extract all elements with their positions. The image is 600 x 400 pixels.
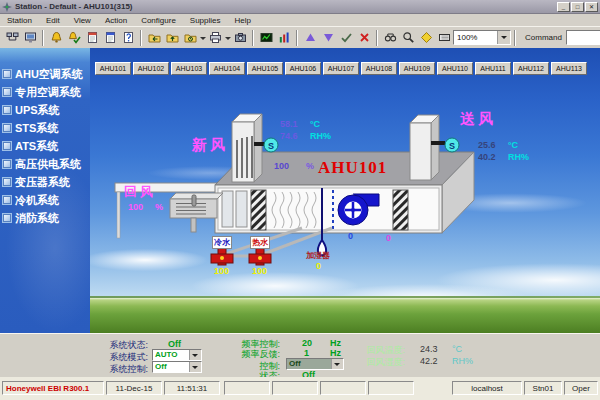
toolbar-separator	[252, 30, 254, 46]
maximize-button[interactable]: □	[571, 2, 584, 12]
tab-ahu109[interactable]: AHU109	[399, 62, 435, 75]
camera-icon	[234, 31, 247, 44]
history-dropdown-caret[interactable]	[199, 30, 206, 46]
tab-ahu106[interactable]: AHU106	[285, 62, 321, 75]
zoom-button[interactable]	[399, 29, 417, 47]
up-button[interactable]	[163, 29, 181, 47]
display-button[interactable]	[257, 29, 275, 47]
alarm-ack-button[interactable]	[65, 29, 83, 47]
menu-bar: Station Edit View Action Configure Suppl…	[0, 14, 600, 26]
tab-ahu110[interactable]: AHU110	[437, 62, 473, 75]
fresh-air-temp-unit: °C	[310, 119, 320, 129]
command-combobox[interactable]	[566, 30, 600, 45]
supply-air-label: 送风	[460, 110, 496, 129]
station-button[interactable]	[3, 29, 21, 47]
sensor-symbol: S	[449, 141, 455, 151]
tab-ahu101[interactable]: AHU101	[95, 62, 131, 75]
tab-ahu111[interactable]: AHU111	[475, 62, 511, 75]
status-date: 11-Dec-15	[106, 381, 162, 395]
minimize-button[interactable]: _	[557, 2, 570, 12]
return-temp-unit: °C	[452, 344, 462, 354]
page-blue-button[interactable]	[101, 29, 119, 47]
confirm-button[interactable]	[337, 29, 355, 47]
tree-node-icon	[2, 213, 12, 223]
print-button[interactable]	[206, 29, 224, 47]
tab-ahu113[interactable]: AHU113	[551, 62, 587, 75]
sidebar-item-fire[interactable]: 消防系统	[0, 209, 90, 227]
sidebar-item-sts[interactable]: STS系统	[0, 119, 90, 137]
close-x-icon	[358, 31, 371, 44]
sidebar-item-ups[interactable]: UPS系统	[0, 101, 90, 119]
menu-action[interactable]: Action	[98, 16, 134, 25]
sidebar-item-transformer[interactable]: 变压器系统	[0, 173, 90, 191]
zoom-level-combobox[interactable]: 100%	[453, 30, 511, 45]
tree-node-icon	[2, 105, 12, 115]
close-button[interactable]: ✕	[585, 2, 598, 12]
tab-ahu103[interactable]: AHU103	[171, 62, 207, 75]
fresh-air-rh: 74.6RH%	[280, 131, 331, 141]
brand-label: Honeywell EBI R300.1	[2, 381, 104, 395]
page-help-button[interactable]	[119, 29, 137, 47]
detail-button[interactable]	[417, 29, 435, 47]
tab-ahu108[interactable]: AHU108	[361, 62, 397, 75]
zoom-dropdown-arrow[interactable]	[497, 31, 510, 44]
supply-air-rh: 40.2RH%	[478, 152, 529, 162]
history-button[interactable]	[181, 29, 199, 47]
hot-water-label: 热水	[250, 236, 270, 249]
app-icon	[2, 2, 12, 12]
tab-ahu104[interactable]: AHU104	[209, 62, 245, 75]
folder-up-icon	[166, 31, 179, 44]
sidebar-item-ahu[interactable]: AHU空调系统	[0, 65, 90, 83]
hot-water-valve[interactable]	[249, 248, 271, 265]
tab-ahu112[interactable]: AHU112	[513, 62, 549, 75]
menu-supplies[interactable]: Supplies	[183, 16, 228, 25]
trend-button[interactable]	[275, 29, 293, 47]
dropdown-arrow-icon[interactable]	[331, 359, 343, 369]
page-red-button[interactable]	[83, 29, 101, 47]
fan-status-value: 0	[348, 231, 353, 241]
fresh-damper-position: 100%	[274, 161, 314, 171]
sidebar-item-hv-power[interactable]: 高压供电系统	[0, 155, 90, 173]
sidebar-item-chiller[interactable]: 冷机系统	[0, 191, 90, 209]
alarm-button[interactable]	[47, 29, 65, 47]
status-empty-cell	[320, 381, 366, 395]
tab-ahu102[interactable]: AHU102	[133, 62, 169, 75]
sidebar-item-special-ac[interactable]: 专用空调系统	[0, 83, 90, 101]
fresh-air-temp: 58.1°C	[280, 119, 320, 129]
raise-button[interactable]	[301, 29, 319, 47]
hot-valve-position: 100	[252, 266, 267, 276]
menu-help[interactable]: Help	[228, 16, 258, 25]
menu-configure[interactable]: Configure	[134, 16, 183, 25]
find-button[interactable]	[381, 29, 399, 47]
cancel-button[interactable]	[355, 29, 373, 47]
print-dropdown-caret[interactable]	[224, 30, 231, 46]
fresh-air-tower	[232, 114, 262, 182]
system-mode-select[interactable]: AUTO	[152, 349, 202, 361]
monitor-button[interactable]	[21, 29, 39, 47]
command-value[interactable]	[567, 31, 600, 44]
system-control-select[interactable]: Off	[152, 361, 202, 373]
tab-ahu107[interactable]: AHU107	[323, 62, 359, 75]
dropdown-arrow-icon[interactable]	[189, 350, 201, 360]
fresh-air-rh-unit: RH%	[310, 131, 331, 141]
chilled-water-valve[interactable]	[211, 248, 233, 265]
toolbar-separator	[376, 30, 378, 46]
lower-button[interactable]	[319, 29, 337, 47]
menu-station[interactable]: Station	[0, 16, 39, 25]
status-time: 11:51:31	[164, 381, 220, 395]
printer-icon	[209, 31, 222, 44]
ahu-tab-bar: AHU101 AHU102 AHU103 AHU104 AHU105 AHU10…	[95, 62, 587, 75]
menu-view[interactable]: View	[67, 16, 98, 25]
status-station-id: Stn01	[524, 381, 562, 395]
page-red-icon	[86, 31, 99, 44]
tab-ahu105[interactable]: AHU105	[247, 62, 283, 75]
snapshot-button[interactable]	[231, 29, 249, 47]
pan-button[interactable]	[435, 29, 453, 47]
vfd-control-select[interactable]: Off	[286, 358, 344, 370]
back-button[interactable]	[145, 29, 163, 47]
sidebar-item-ats[interactable]: ATS系统	[0, 137, 90, 155]
menu-edit[interactable]: Edit	[39, 16, 67, 25]
arrow-up-icon	[304, 31, 317, 44]
tree-node-icon	[2, 123, 12, 133]
dropdown-arrow-icon[interactable]	[189, 362, 201, 372]
